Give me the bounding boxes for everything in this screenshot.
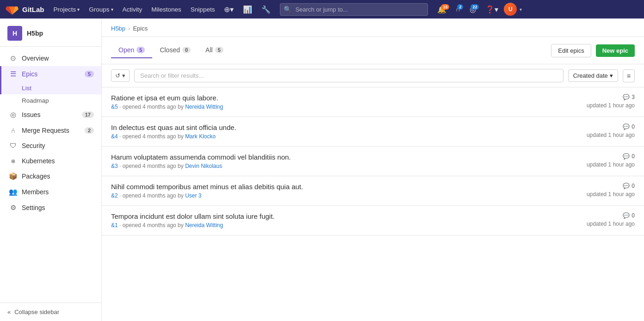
help-chevron-icon: ▾	[495, 5, 498, 14]
overview-icon: ⊙	[9, 54, 17, 62]
merge-requests-btn[interactable]: ⑃ 2	[452, 3, 464, 15]
tab-closed-label: Closed	[160, 46, 180, 54]
merge-requests-sidebar-icon: ⑃	[9, 126, 17, 134]
sidebar-group-header: H H5bp	[0, 19, 101, 47]
epic-left: Tempora incidunt est dolor ullam sint so…	[111, 212, 542, 228]
activity-link[interactable]: Activity	[119, 4, 146, 15]
tab-open[interactable]: Open 5	[111, 43, 152, 58]
help-menu[interactable]: ❓ ▾	[482, 3, 502, 16]
epic-ref-link[interactable]: &1	[111, 222, 118, 228]
new-item-menu[interactable]: ⊕ ▾	[220, 3, 237, 16]
breadcrumb-parent-link[interactable]: H5bp	[111, 25, 125, 32]
sidebar-item-roadmap[interactable]: Roadmap	[0, 94, 101, 107]
milestones-link[interactable]: Milestones	[148, 4, 185, 15]
epic-author-link[interactable]: Nereida Witting	[185, 222, 223, 228]
sidebar-item-kubernetes[interactable]: ⎈ Kubernetes	[0, 153, 101, 168]
epic-updated: updated 1 hour ago	[587, 221, 635, 227]
tab-open-label: Open	[118, 46, 134, 54]
gitlab-logo-text: GitLab	[22, 6, 44, 13]
edit-epics-button[interactable]: Edit epics	[551, 44, 591, 57]
page-layout: H H5bp ⊙ Overview ☰ Epics 5 List Roadmap…	[0, 19, 644, 321]
sort-order-button[interactable]: ≡	[623, 69, 635, 82]
sidebar-item-security[interactable]: 🛡 Security	[0, 138, 101, 153]
epic-meta: &3 · opened 4 months ago by Devin Nikola…	[111, 163, 542, 169]
issues-btn[interactable]: ◎ 22	[466, 3, 480, 16]
sidebar-item-label-issues: Issues	[22, 111, 40, 118]
new-epic-button[interactable]: New epic	[596, 44, 635, 57]
projects-menu[interactable]: Projects ▾	[50, 4, 84, 15]
sidebar-item-label-merge-requests: Merge Requests	[22, 127, 69, 134]
epic-list-item[interactable]: Tempora incidunt est dolor ullam sint so…	[102, 206, 644, 235]
search-icon: 🔍	[284, 6, 291, 13]
code-review-icon-btn[interactable]: 🔧	[258, 3, 274, 16]
global-search[interactable]: 🔍	[280, 3, 428, 16]
chart-icon-btn[interactable]: 📊	[239, 3, 256, 16]
epic-author-link[interactable]: Mark Klocko	[185, 133, 216, 140]
sidebar-item-overview[interactable]: ⊙ Overview	[0, 50, 101, 66]
notifications-btn[interactable]: 🔔 15	[433, 3, 450, 16]
sidebar-item-merge-requests[interactable]: ⑃ Merge Requests 2	[0, 123, 101, 138]
tabs: Open 5 Closed 0 All 5	[111, 43, 551, 58]
filter-search-input[interactable]	[134, 69, 564, 82]
collapse-icon: «	[7, 309, 11, 315]
epic-comments: 💬 0	[623, 183, 635, 189]
plus-icon: ⊕	[224, 5, 230, 14]
snippets-link[interactable]: Snippets	[187, 4, 219, 15]
epic-comments: 💬 3	[623, 94, 635, 100]
group-name: H5bp	[27, 30, 43, 37]
epic-left: Harum voluptatem assumenda commodi vel b…	[111, 153, 542, 169]
epic-updated: updated 1 hour ago	[587, 191, 635, 198]
epic-title: Harum voluptatem assumenda commodi vel b…	[111, 153, 542, 161]
sidebar-item-list[interactable]: List	[0, 82, 101, 94]
issues-sidebar-badge: 17	[82, 111, 94, 118]
sidebar-bottom: « Collapse sidebar	[0, 302, 101, 321]
epic-right: 💬 0 updated 1 hour ago	[542, 123, 635, 138]
security-icon: 🛡	[9, 142, 17, 149]
kubernetes-icon: ⎈	[9, 157, 17, 165]
epics-icon: ☰	[9, 70, 17, 78]
members-icon: 👥	[9, 188, 17, 196]
sidebar-item-packages[interactable]: 📦 Packages	[0, 168, 101, 184]
breadcrumb-current: Epics	[133, 25, 148, 32]
help-icon: ❓	[485, 5, 495, 14]
sidebar-item-members[interactable]: 👥 Members	[0, 184, 101, 200]
tab-all[interactable]: All 5	[198, 43, 231, 58]
sort-label: Created date	[573, 72, 608, 79]
epic-ref-link[interactable]: &2	[111, 192, 118, 199]
comment-icon: 💬	[623, 94, 630, 100]
epic-list-item[interactable]: In delectus est quas aut sint officia un…	[102, 117, 644, 147]
comment-count: 0	[632, 183, 635, 189]
sidebar-item-label-overview: Overview	[22, 55, 49, 62]
sort-dropdown[interactable]: Created date ▾	[568, 69, 618, 82]
gitlab-logo[interactable]: GitLab	[6, 3, 44, 16]
groups-menu[interactable]: Groups ▾	[85, 4, 117, 15]
epic-ref-link[interactable]: &5	[111, 104, 118, 110]
epic-ref-link[interactable]: &4	[111, 133, 118, 140]
epic-author-link[interactable]: Nereida Witting	[185, 104, 223, 110]
filter-history-button[interactable]: ↺ ▾	[111, 69, 130, 82]
sidebar-item-epics[interactable]: ☰ Epics 5	[0, 66, 101, 82]
epic-author-link[interactable]: Devin Nikolaus	[185, 163, 222, 169]
comment-count: 3	[632, 94, 635, 100]
epic-left: Ratione et ipsa et eum quis labore. &5 ·…	[111, 94, 542, 110]
epic-ref-link[interactable]: &3	[111, 163, 118, 169]
epic-comments: 💬 0	[623, 212, 635, 219]
search-input[interactable]	[280, 3, 428, 16]
epic-right: 💬 0 updated 1 hour ago	[542, 153, 635, 168]
code-review-icon: 🔧	[261, 5, 271, 14]
sidebar-item-label-epics: Epics	[22, 70, 37, 78]
sidebar-item-issues[interactable]: ◎ Issues 17	[0, 107, 101, 123]
epic-updated: updated 1 hour ago	[587, 132, 635, 138]
epic-list-item[interactable]: Nihil commodi temporibus amet minus et a…	[102, 176, 644, 206]
sort-chevron-icon: ▾	[610, 72, 613, 79]
epic-list-item[interactable]: Harum voluptatem assumenda commodi vel b…	[102, 147, 644, 176]
user-avatar[interactable]: U	[504, 3, 517, 16]
epic-list-item[interactable]: Ratione et ipsa et eum quis labore. &5 ·…	[102, 87, 644, 117]
tab-closed[interactable]: Closed 0	[152, 43, 198, 58]
comment-count: 0	[632, 153, 635, 160]
sidebar-item-label-kubernetes: Kubernetes	[22, 157, 55, 165]
notifications-badge: 15	[441, 4, 449, 10]
epic-author-link[interactable]: User 3	[185, 192, 201, 199]
sidebar-item-settings[interactable]: ⚙ Settings	[0, 200, 101, 216]
collapse-sidebar-button[interactable]: « Collapse sidebar	[7, 309, 94, 315]
